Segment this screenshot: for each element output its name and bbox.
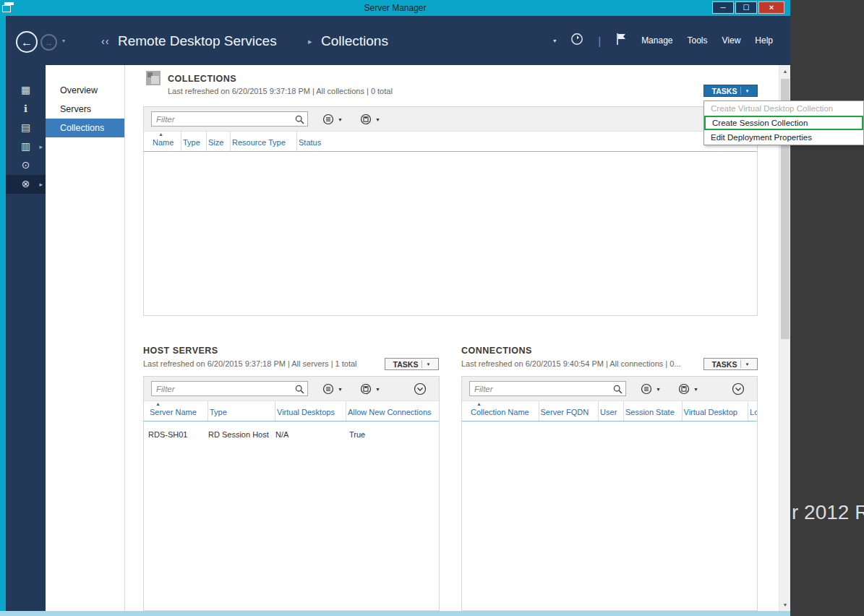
local-server-icon: ℹ [6,103,46,114]
breadcrumb-chevrons-icon: ‹‹ [101,35,109,47]
caret-down-icon: ▼ [375,117,380,122]
subnav-item-collections[interactable]: Collections [46,119,124,137]
window-titlebar: Server Manager ─ ☐ × [0,0,790,16]
menu-item-edit-deployment-properties[interactable]: Edit Deployment Properties [704,130,863,145]
collections-view-options-button[interactable]: ▼ [322,111,353,127]
refresh-icon[interactable] [570,33,583,48]
breadcrumb-root[interactable]: Remote Desktop Services [118,33,277,49]
host-servers-save-query-button[interactable]: ▼ [360,381,390,397]
column-header-logon-truncated[interactable]: Lo [748,401,757,421]
server-manager-icon [2,2,14,13]
collections-filter-input[interactable] [151,111,308,127]
menu-view[interactable]: View [722,35,741,46]
breadcrumb-separator-icon: ▸ [308,37,312,46]
back-button[interactable]: ← [16,31,38,53]
sidebar-item-file-storage-services[interactable]: ▥▸ [6,137,46,156]
save-circle-icon [678,383,690,395]
menu-item-create-session-collection[interactable]: Create Session Collection [704,116,863,130]
rds-subnav-panel: Overview Servers Collections [46,65,125,611]
collections-table-body-empty [144,152,757,315]
host-servers-collapse-button[interactable] [414,381,431,397]
connections-tasks-button[interactable]: TASKS▼ [703,358,758,370]
main-scrollbar[interactable]: ▲ ▼ [779,65,790,611]
column-header-virtual-desktop[interactable]: Virtual Desktop [683,401,749,421]
host-server-row[interactable]: RDS-SH01 RD Session Host N/A True [144,422,439,439]
screen: r 2012 R Server Manager ─ ☐ × ← → ▾ ‹‹ R… [0,0,864,616]
host-servers-panel: ▼ ▼ ▲Server Name Type Virtual Desktops A… [143,376,440,611]
sidebar-item-iis[interactable]: ⊙ [6,156,46,175]
windows-version-watermark: r 2012 R [792,501,864,524]
column-header-size[interactable]: Size [207,132,231,151]
navigation-bar: ← → ▾ ‹‹ Remote Desktop Services ▸ Colle… [6,16,790,65]
menu-manage[interactable]: Manage [641,35,672,46]
caret-down-icon: ▼ [745,89,749,93]
sort-ascending-icon: ▲ [476,401,482,407]
close-button[interactable]: × [758,1,784,14]
minimize-button[interactable]: ─ [712,1,734,14]
notifications-flag-icon[interactable] [615,33,627,48]
caret-down-icon: ▼ [426,362,430,367]
navbar-divider: | [598,35,601,47]
collections-toolbar: ▼ ▼ [144,107,757,132]
host-servers-filter-input[interactable] [151,381,308,396]
connections-filter-wrap [469,381,626,396]
column-header-collection-name[interactable]: ▲Collection Name [469,401,539,421]
column-header-type[interactable]: Type [208,401,275,421]
breadcrumb-current[interactable]: Collections [321,33,388,49]
main-content: COLLECTIONS Last refreshed on 6/20/2015 … [125,65,779,611]
connections-subtitle: Last refreshed on 6/20/2015 9:40:54 PM |… [461,359,681,368]
column-header-server-fqdn[interactable]: Server FQDN [539,401,599,421]
maximize-button[interactable]: ☐ [735,1,757,14]
column-header-resource-type[interactable]: Resource Type [231,132,297,151]
column-header-allow-new-connections[interactable]: Allow New Connections [346,401,433,421]
save-circle-icon [360,114,372,125]
caret-down-icon: ▼ [338,117,343,122]
menu-tools[interactable]: Tools [688,35,708,46]
host-servers-toolbar: ▼ ▼ [144,377,439,401]
sort-ascending-icon: ▲ [155,401,161,407]
navigation-dropdown-caret[interactable]: ▾ [553,38,556,44]
host-servers-filter-wrap [151,381,308,396]
host-servers-title: HOST SERVERS [143,346,218,356]
sidebar-item-remote-desktop-services[interactable]: ⊗▸ [6,175,46,194]
column-header-session-state[interactable]: Session State [624,401,683,421]
sidebar-item-local-server[interactable]: ℹ [6,100,46,119]
host-servers-view-options-button[interactable]: ▼ [322,381,353,397]
subnav-item-servers[interactable]: Servers [46,100,124,119]
sidebar-item-dashboard[interactable]: ▦ [6,81,46,100]
collections-table-header: ▲Name Type Size Resource Type Status [144,132,757,152]
caret-down-icon: ▼ [745,362,749,367]
caret-down-icon: ▼ [338,387,343,392]
cell-allow-new-connections: True [346,430,433,439]
save-circle-icon [360,383,372,395]
connections-save-query-button[interactable]: ▼ [678,381,709,397]
cell-virtual-desktops: N/A [275,430,346,439]
menu-help[interactable]: Help [755,35,773,46]
scroll-up-icon[interactable]: ▲ [779,65,790,77]
column-header-user[interactable]: User [599,401,624,421]
server-manager-window: ← → ▾ ‹‹ Remote Desktop Services ▸ Colle… [6,16,790,611]
column-header-server-name[interactable]: ▲Server Name [148,401,208,421]
subnav-item-overview[interactable]: Overview [46,81,124,100]
connections-collapse-button[interactable] [732,381,749,397]
host-servers-table-header: ▲Server Name Type Virtual Desktops Allow… [144,401,439,422]
column-header-status[interactable]: Status [297,132,348,151]
scroll-down-icon[interactable]: ▼ [779,599,790,611]
column-header-type[interactable]: Type [181,132,207,151]
connections-filter-input[interactable] [469,381,626,396]
collections-tasks-button[interactable]: TASKS▼ [703,85,758,97]
column-header-virtual-desktops[interactable]: Virtual Desktops [275,401,346,421]
collections-title: COLLECTIONS [168,74,236,84]
dashboard-icon: ▦ [6,84,46,95]
sidebar-item-all-servers[interactable]: ▤ [6,119,46,137]
caret-down-icon: ▼ [693,387,698,392]
history-dropdown-caret[interactable]: ▾ [62,38,65,44]
collections-panel: ▼ ▼ ▲Name Type Size Resource Type Status [143,106,758,316]
forward-button[interactable]: → [40,34,57,51]
collections-save-query-button[interactable]: ▼ [360,111,390,127]
column-header-name[interactable]: ▲Name [151,132,181,151]
desktop-background: r 2012 R [790,0,864,616]
sidebar-icon-strip: ▦ ℹ ▤ ▥▸ ⊙ ⊗▸ [6,65,46,611]
connections-view-options-button[interactable]: ▼ [641,381,671,397]
host-servers-tasks-button[interactable]: TASKS▼ [385,358,439,370]
